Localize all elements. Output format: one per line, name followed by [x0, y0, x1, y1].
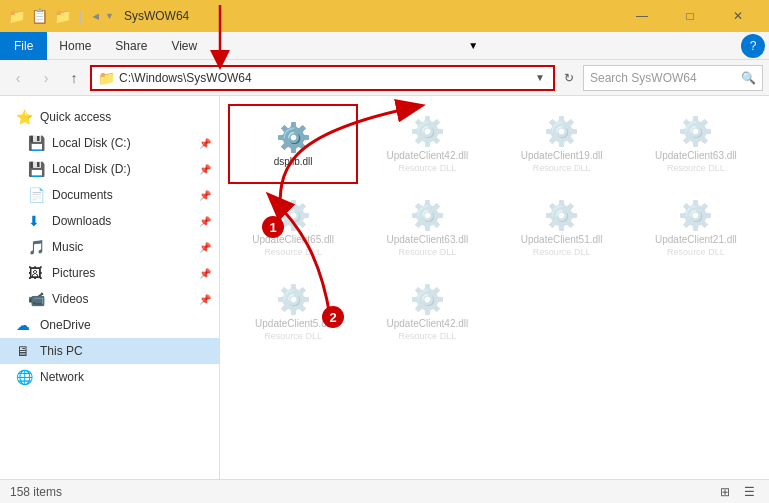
refresh-button[interactable]: ↻	[559, 68, 579, 88]
maximize-button[interactable]: □	[667, 0, 713, 32]
sidebar-label-local-disk-c: Local Disk (C:)	[52, 136, 193, 150]
file-name-f5: UpdateClient63.dll	[387, 234, 469, 245]
file-sub-f5: Resource DLL	[399, 247, 457, 257]
local-disk-d-icon: 💾	[28, 161, 46, 177]
file-item-f6[interactable]: ⚙️ UpdateClient51.dll Resource DLL	[497, 188, 627, 268]
documents-icon: 📄	[28, 187, 46, 203]
sidebar-item-videos[interactable]: 📹 Videos 📌	[0, 286, 219, 312]
file-sub-f9: Resource DLL	[399, 331, 457, 341]
sidebar-item-quick-access[interactable]: ⭐ Quick access	[0, 104, 219, 130]
address-bar[interactable]: 📁 C:\Windows\SysWOW64 ▼	[90, 65, 555, 91]
file-item-f3[interactable]: ⚙️ UpdateClient63.dll Resource DLL	[631, 104, 761, 184]
pin-icon-pics: 📌	[199, 268, 211, 279]
file-item-f5[interactable]: ⚙️ UpdateClient63.dll Resource DLL	[362, 188, 492, 268]
statusbar: 158 items ⊞ ☰	[0, 479, 769, 503]
pin-icon-music: 📌	[199, 242, 211, 253]
menu-file[interactable]: File	[0, 32, 47, 60]
local-disk-c-icon: 💾	[28, 135, 46, 151]
sidebar-item-music[interactable]: 🎵 Music 📌	[0, 234, 219, 260]
sidebar-item-downloads[interactable]: ⬇ Downloads 📌	[0, 208, 219, 234]
address-text: C:\Windows\SysWOW64	[119, 71, 529, 85]
file-sub-f6: Resource DLL	[533, 247, 591, 257]
file-item-f8[interactable]: ⚙️ UpdateClient5.dll Resource DLL	[228, 272, 358, 352]
file-item-f9[interactable]: ⚙️ UpdateClient42.dll Resource DLL	[362, 272, 492, 352]
search-bar[interactable]: Search SysWOW64 🔍	[583, 65, 763, 91]
sidebar-item-documents[interactable]: 📄 Documents 📌	[0, 182, 219, 208]
address-folder-icon: 📁	[98, 70, 115, 86]
dll-icon-dsplib: ⚙️	[276, 121, 311, 154]
list-view-button[interactable]: ☰	[739, 482, 759, 502]
sidebar-label-this-pc: This PC	[40, 344, 211, 358]
file-name-f6: UpdateClient51.dll	[521, 234, 603, 245]
menu-share[interactable]: Share	[103, 32, 159, 60]
file-item-f4[interactable]: ⚙️ UpdateClient65.dll Resource DLL	[228, 188, 358, 268]
sidebar-item-network[interactable]: 🌐 Network	[0, 364, 219, 390]
help-button[interactable]: ?	[741, 34, 765, 58]
folder-small-icon2: 📁	[54, 8, 71, 24]
dll-icon-f6: ⚙️	[544, 199, 579, 232]
menu-home[interactable]: Home	[47, 32, 103, 60]
sidebar-item-this-pc[interactable]: 🖥 This PC	[0, 338, 219, 364]
minimize-button[interactable]: —	[619, 0, 665, 32]
file-sub-f3: Resource DLL	[667, 163, 725, 173]
file-item-dsplib[interactable]: ⚙️ dsplib.dll	[228, 104, 358, 184]
file-item-f1[interactable]: ⚙️ UpdateClient42.dll Resource DLL	[362, 104, 492, 184]
file-name-f9: UpdateClient42.dll	[387, 318, 469, 329]
file-name-f2: UpdateClient19.dll	[521, 150, 603, 161]
file-item-f7[interactable]: ⚙️ UpdateClient21.dll Resource DLL	[631, 188, 761, 268]
file-name-f7: UpdateClient21.dll	[655, 234, 737, 245]
pin-icon-d: 📌	[199, 164, 211, 175]
sidebar-label-local-disk-d: Local Disk (D:)	[52, 162, 193, 176]
page-small-icon: 📋	[31, 8, 48, 24]
close-button[interactable]: ✕	[715, 0, 761, 32]
quick-access-icon: ⭐	[16, 109, 34, 125]
sidebar-label-downloads: Downloads	[52, 214, 193, 228]
dll-icon-f8: ⚙️	[276, 283, 311, 316]
toolbar: ‹ › ↑ 📁 C:\Windows\SysWOW64 ▼ ↻ Search S…	[0, 60, 769, 96]
up-button[interactable]: ↑	[62, 66, 86, 90]
file-area-wrapper: ⚙️ dsplib.dll ⚙️ UpdateClient42.dll Reso…	[220, 96, 769, 479]
file-name-f8: UpdateClient5.dll	[255, 318, 331, 329]
pin-icon-docs: 📌	[199, 190, 211, 201]
dll-icon-f9: ⚙️	[410, 283, 445, 316]
pictures-icon: 🖼	[28, 265, 46, 281]
pin-icon-vid: 📌	[199, 294, 211, 305]
sidebar-label-onedrive: OneDrive	[40, 318, 211, 332]
sidebar: ⭐ Quick access 💾 Local Disk (C:) 📌 💾 Loc…	[0, 96, 220, 479]
videos-icon: 📹	[28, 291, 46, 307]
titlebar-icons: 📁 📋 📁 | ◄ ▼	[8, 8, 114, 24]
toolbar-separator: |	[79, 9, 82, 23]
titlebar: 📁 📋 📁 | ◄ ▼ SysWOW64 — □ ✕	[0, 0, 769, 32]
sidebar-item-pictures[interactable]: 🖼 Pictures 📌	[0, 260, 219, 286]
dll-icon-f7: ⚙️	[678, 199, 713, 232]
file-area: ⚙️ dsplib.dll ⚙️ UpdateClient42.dll Reso…	[220, 96, 769, 360]
pin-icon-c: 📌	[199, 138, 211, 149]
file-name-dsplib: dsplib.dll	[274, 156, 313, 167]
pin-icon-dl: 📌	[199, 216, 211, 227]
sidebar-item-local-disk-c[interactable]: 💾 Local Disk (C:) 📌	[0, 130, 219, 156]
file-name-f3: UpdateClient63.dll	[655, 150, 737, 161]
forward-button[interactable]: ›	[34, 66, 58, 90]
address-dropdown[interactable]: ▼	[533, 70, 547, 85]
file-item-f2[interactable]: ⚙️ UpdateClient19.dll Resource DLL	[497, 104, 627, 184]
window-title: SysWOW64	[120, 9, 613, 23]
music-icon: 🎵	[28, 239, 46, 255]
dll-icon-f1: ⚙️	[410, 115, 445, 148]
sidebar-item-onedrive[interactable]: ☁ OneDrive	[0, 312, 219, 338]
toolbar-wrapper: ‹ › ↑ 📁 C:\Windows\SysWOW64 ▼ ↻ Search S…	[0, 60, 769, 96]
sidebar-label-music: Music	[52, 240, 193, 254]
dll-icon-f5: ⚙️	[410, 199, 445, 232]
downloads-icon: ⬇	[28, 213, 46, 229]
titlebar-controls: — □ ✕	[619, 0, 761, 32]
menu-view[interactable]: View	[159, 32, 209, 60]
onedrive-icon: ☁	[16, 317, 34, 333]
sidebar-item-local-disk-d[interactable]: 💾 Local Disk (D:) 📌	[0, 156, 219, 182]
back-arrow-small: ◄	[90, 10, 101, 22]
sidebar-label-network: Network	[40, 370, 211, 384]
dropdown-small: ▼	[105, 11, 114, 21]
file-name-f4: UpdateClient65.dll	[252, 234, 334, 245]
file-sub-f8: Resource DLL	[264, 331, 322, 341]
sidebar-label-videos: Videos	[52, 292, 193, 306]
back-button[interactable]: ‹	[6, 66, 30, 90]
grid-view-button[interactable]: ⊞	[715, 482, 735, 502]
